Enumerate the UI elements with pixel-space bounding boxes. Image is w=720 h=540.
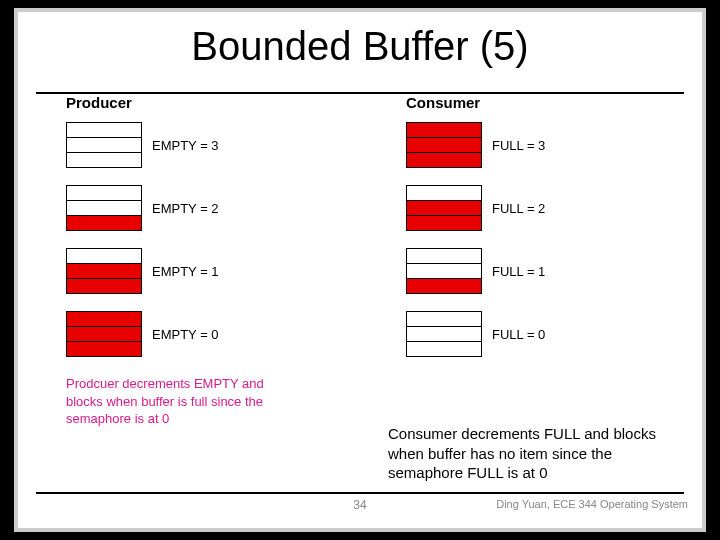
buffer-slot <box>406 263 482 279</box>
slide-title: Bounded Buffer (5) <box>18 24 702 69</box>
producer-state-0: EMPTY = 3 <box>66 123 316 168</box>
buffer-diagram <box>66 186 142 231</box>
buffer-slot <box>406 185 482 201</box>
buffer-slot-full <box>406 215 482 231</box>
buffer-slot <box>66 137 142 153</box>
page-number: 34 <box>353 498 366 512</box>
divider-bottom <box>36 492 684 494</box>
buffer-slot <box>66 200 142 216</box>
consumer-state-0: FULL = 3 <box>406 123 656 168</box>
buffer-slot <box>406 341 482 357</box>
buffer-slot-full <box>406 122 482 138</box>
producer-note: Prodcuer decrements EMPTY and blocks whe… <box>66 375 276 428</box>
consumer-state-1: FULL = 2 <box>406 186 656 231</box>
state-label: EMPTY = 3 <box>152 138 219 153</box>
consumer-column: Consumer FULL = 3 FULL = 2 <box>406 94 656 375</box>
slide: Bounded Buffer (5) Producer EMPTY = 3 EM <box>14 8 706 532</box>
buffer-diagram <box>66 312 142 357</box>
state-label: FULL = 1 <box>492 264 545 279</box>
buffer-slot-full <box>406 200 482 216</box>
state-label: FULL = 2 <box>492 201 545 216</box>
buffer-slot <box>66 248 142 264</box>
buffer-slot-full <box>66 278 142 294</box>
consumer-state-3: FULL = 0 <box>406 312 656 357</box>
buffer-slot-full <box>66 311 142 327</box>
buffer-slot <box>406 311 482 327</box>
content-area: Producer EMPTY = 3 EMPTY = 2 <box>18 94 702 468</box>
buffer-slot-full <box>406 137 482 153</box>
state-label: EMPTY = 0 <box>152 327 219 342</box>
producer-state-1: EMPTY = 2 <box>66 186 316 231</box>
buffer-diagram <box>406 186 482 231</box>
buffer-diagram <box>66 249 142 294</box>
buffer-diagram <box>66 123 142 168</box>
buffer-slot <box>66 152 142 168</box>
buffer-slot <box>66 185 142 201</box>
consumer-heading: Consumer <box>406 94 656 111</box>
buffer-slot-full <box>66 215 142 231</box>
state-label: EMPTY = 2 <box>152 201 219 216</box>
consumer-note: Consumer decrements FULL and blocks when… <box>388 424 678 483</box>
buffer-slot <box>406 248 482 264</box>
state-label: FULL = 3 <box>492 138 545 153</box>
producer-column: Producer EMPTY = 3 EMPTY = 2 <box>66 94 316 428</box>
buffer-slot-full <box>406 278 482 294</box>
buffer-slot-full <box>66 263 142 279</box>
buffer-slot <box>406 326 482 342</box>
state-label: FULL = 0 <box>492 327 545 342</box>
footer: 34 Ding Yuan, ECE 344 Operating System <box>18 498 702 522</box>
producer-state-3: EMPTY = 0 <box>66 312 316 357</box>
buffer-slot-full <box>66 326 142 342</box>
consumer-state-2: FULL = 1 <box>406 249 656 294</box>
buffer-slot <box>66 122 142 138</box>
buffer-slot-full <box>66 341 142 357</box>
buffer-diagram <box>406 312 482 357</box>
state-label: EMPTY = 1 <box>152 264 219 279</box>
buffer-diagram <box>406 123 482 168</box>
buffer-slot-full <box>406 152 482 168</box>
producer-state-2: EMPTY = 1 <box>66 249 316 294</box>
producer-heading: Producer <box>66 94 316 111</box>
footer-credit: Ding Yuan, ECE 344 Operating System <box>496 498 688 510</box>
buffer-diagram <box>406 249 482 294</box>
